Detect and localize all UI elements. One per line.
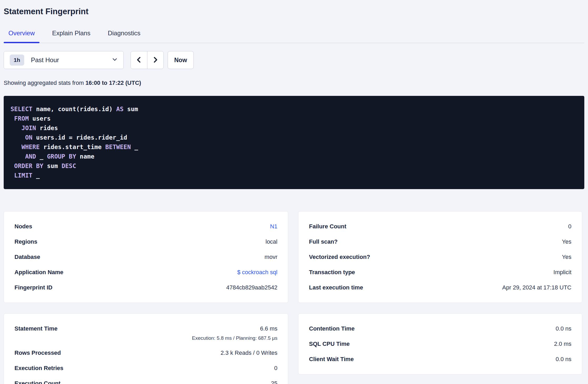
sql-keyword: WHERE [22,144,40,150]
row-value-text: Yes [562,238,571,245]
sql-keyword: BETWEEN [105,144,131,150]
sql-keyword: GROUP BY [47,153,76,160]
row-value-link[interactable]: $ cockroach sql [237,269,277,276]
sql-keyword: ON [25,134,32,141]
now-button[interactable]: Now [168,51,194,69]
wait-times-card: Contention Time0.0 nsSQL CPU Time2.0 msC… [298,313,582,375]
row-value: 0 [568,223,571,230]
row-label: Execution Retries [14,365,63,372]
sql-text: _ [32,172,40,179]
next-time-button[interactable] [147,51,164,69]
chevron-down-icon [111,56,118,64]
sql-line: SELECT name, count(rides.id) AS sum [11,104,577,114]
row-label: Failure Count [309,223,346,230]
card-row: Full scan?Yes [309,234,571,249]
row-label: Transaction type [309,269,355,276]
row-value-text: Implicit [554,269,571,276]
row-label: Last execution time [309,284,363,291]
tab-overview[interactable]: Overview [4,24,39,43]
card-row: Regionslocal [14,234,277,249]
row-value-link[interactable]: N1 [270,223,277,230]
row-value-text: N1 [270,223,277,230]
sql-text: rides.start_time [40,144,105,150]
card-row: Client Wait Time0.0 ns [309,352,571,367]
card-row: Contention Time0.0 ns [309,321,571,336]
statement-fingerprint-page: Statement Fingerprint OverviewExplain Pl… [0,0,588,384]
row-value: local [266,238,277,245]
row-label: SQL CPU Time [309,341,350,347]
sql-statement-box: SELECT name, count(rides.id) AS sum FROM… [4,96,584,189]
row-value-text: Yes [562,254,571,260]
execution-attributes-card: Failure Count0Full scan?YesVectorized ex… [298,211,582,303]
sql-keyword: SELECT [11,106,32,112]
sql-line: ON users.id = rides.rider_id [11,133,577,142]
sql-text: name, count(rides.id) [32,106,116,112]
row-value: 4784cb829aab2542 [226,284,277,291]
sql-text: rides [36,125,58,131]
aggregated-stats-line: Showing aggregated stats from 16:00 to 1… [4,80,584,86]
sql-keyword: AS [116,106,124,112]
stats-line-prefix: Showing aggregated stats from [4,80,86,86]
row-value: Apr 29, 2024 at 17:18 UTC [502,284,571,291]
card-row: Execution Retries0 [14,361,277,376]
sql-text [11,144,22,150]
row-label: Client Wait Time [309,356,354,363]
row-value-text: 6.6 ms [192,325,277,332]
sql-keyword: AND [25,153,36,160]
sql-keyword: JOIN [22,125,36,131]
sql-line: WHERE rides.start_time BETWEEN _ [11,142,577,152]
tab-diagnostics[interactable]: Diagnostics [103,24,145,43]
tab-explain-plans[interactable]: Explain Plans [47,24,95,43]
card-row: Application Name$ cockroach sql [14,265,277,280]
card-row: Rows Processed2.3 k Reads / 0 Writes [14,345,277,361]
sql-keyword: FROM [14,115,29,122]
card-row: Transaction typeImplicit [309,265,571,280]
sql-text [11,125,22,131]
sql-text: users [29,115,51,122]
sql-keyword: DESC [62,163,76,169]
sql-code: SELECT name, count(rides.id) AS sum FROM… [11,104,577,180]
card-row: Execution Count25 [14,376,277,384]
row-value: 0.0 ns [556,325,571,332]
page-title: Statement Fingerprint [4,0,584,16]
sql-text: _ [131,144,138,150]
sql-text [11,172,14,179]
row-value-text: 2.0 ms [554,341,571,347]
statement-details-card: NodesN1RegionslocalDatabasemovrApplicati… [4,211,288,303]
time-step-buttons [131,51,164,69]
sql-text: sum [43,163,62,169]
statement-times-card: Statement Time6.6 msExecution: 5.8 ms / … [4,313,288,384]
row-value-sub: Execution: 5.8 ms / Planning: 687.5 µs [192,335,277,341]
row-label: Contention Time [309,325,355,332]
row-value: 2.3 k Reads / 0 Writes [221,349,277,356]
sql-line: LIMIT _ [11,171,577,180]
card-row: NodesN1 [14,219,277,234]
time-range-select[interactable]: 1h Past Hour [4,51,124,69]
row-label: Database [14,254,40,260]
row-value: Yes [562,238,571,245]
row-label: Full scan? [309,238,338,245]
sql-line: JOIN rides [11,123,577,133]
row-value-text: Apr 29, 2024 at 17:18 UTC [502,284,571,291]
sql-text: _ [36,153,47,160]
row-value-text: 0 [274,365,277,372]
chevron-right-icon [152,56,159,65]
card-row: Vectorized execution?Yes [309,249,571,265]
previous-time-button[interactable] [131,51,147,69]
stats-line-range: 16:00 to 17:22 (UTC) [86,80,141,86]
row-value: 0.0 ns [556,356,571,363]
row-label: Vectorized execution? [309,254,370,260]
row-value: movr [265,254,277,260]
row-value: 25 [271,380,277,384]
sql-keyword: ORDER BY [14,163,43,169]
row-value: Implicit [554,269,571,276]
sql-keyword: LIMIT [14,172,32,179]
card-row: Fingerprint ID4784cb829aab2542 [14,280,277,295]
tab-bar: OverviewExplain PlansDiagnostics [4,24,584,43]
sql-text: users.id = rides.rider_id [32,134,127,141]
row-value: 2.0 ms [554,341,571,347]
card-row: Statement Time6.6 msExecution: 5.8 ms / … [14,321,277,345]
row-value-text: local [266,238,277,245]
sql-line: ORDER BY sum DESC [11,161,577,171]
summary-cards: NodesN1RegionslocalDatabasemovrApplicati… [4,211,584,384]
